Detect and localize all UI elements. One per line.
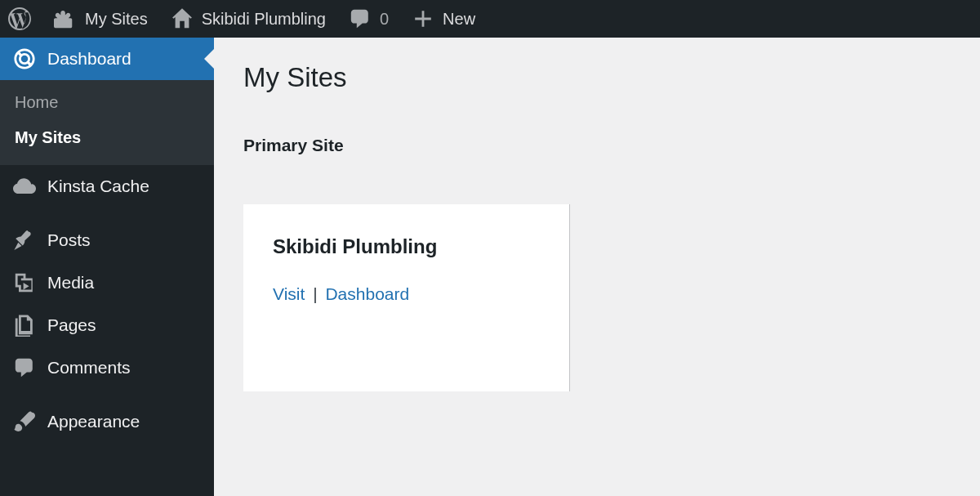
menu-comments-label: Comments [47,358,131,378]
admin-sidebar: Dashboard Home My Sites Kinsta Cache Pos… [0,38,214,496]
admin-my-sites[interactable]: My Sites [54,7,148,30]
pin-icon [13,229,36,252]
cloud-icon [13,175,36,198]
wordpress-logo[interactable] [8,7,31,30]
admin-new[interactable]: New [412,7,475,30]
site-card-title: Skibidi Plumbling [273,235,540,258]
submenu-dashboard: Home My Sites [0,80,214,165]
pages-icon [13,314,36,337]
site-card: Skibidi Plumbling Visit | Dashboard [243,204,570,391]
page-title: My Sites [243,62,951,93]
admin-my-sites-label: My Sites [85,10,148,29]
main-layout: Dashboard Home My Sites Kinsta Cache Pos… [0,38,980,496]
plus-icon [412,7,434,30]
menu-appearance-label: Appearance [47,412,140,431]
brush-icon [13,410,36,433]
menu-dashboard-label: Dashboard [47,49,131,69]
menu-dashboard[interactable]: Dashboard [0,38,214,80]
comments-menu-icon [13,356,36,379]
admin-site-name-label: Skibidi Plumbling [202,10,326,29]
site-dashboard-link[interactable]: Dashboard [325,284,409,303]
admin-comments-count: 0 [380,10,389,29]
wordpress-icon [8,7,31,30]
menu-posts-label: Posts [47,230,91,250]
admin-comments[interactable]: 0 [349,7,389,30]
admin-new-label: New [443,10,475,29]
submenu-home[interactable]: Home [0,85,214,120]
menu-kinsta-cache[interactable]: Kinsta Cache [0,165,214,208]
link-separator: | [305,284,325,303]
primary-site-heading: Primary Site [243,136,951,155]
comment-icon [349,7,372,30]
menu-appearance[interactable]: Appearance [0,400,214,443]
menu-posts[interactable]: Posts [0,219,214,261]
submenu-my-sites[interactable]: My Sites [0,120,214,155]
home-icon [171,7,194,30]
dashboard-icon [13,47,36,70]
network-icon [54,7,77,30]
content-area: My Sites Primary Site Skibidi Plumbling … [214,38,980,496]
site-card-links: Visit | Dashboard [273,284,540,304]
admin-site-name[interactable]: Skibidi Plumbling [171,7,326,30]
menu-spacer [0,208,214,219]
menu-media-label: Media [47,273,94,293]
media-icon [13,271,36,294]
menu-pages[interactable]: Pages [0,304,214,346]
menu-kinsta-cache-label: Kinsta Cache [47,177,149,196]
menu-comments[interactable]: Comments [0,346,214,389]
menu-spacer [0,389,214,400]
menu-pages-label: Pages [47,315,96,335]
site-visit-link[interactable]: Visit [273,284,305,303]
menu-media[interactable]: Media [0,261,214,304]
admin-bar: My Sites Skibidi Plumbling 0 New [0,0,980,38]
